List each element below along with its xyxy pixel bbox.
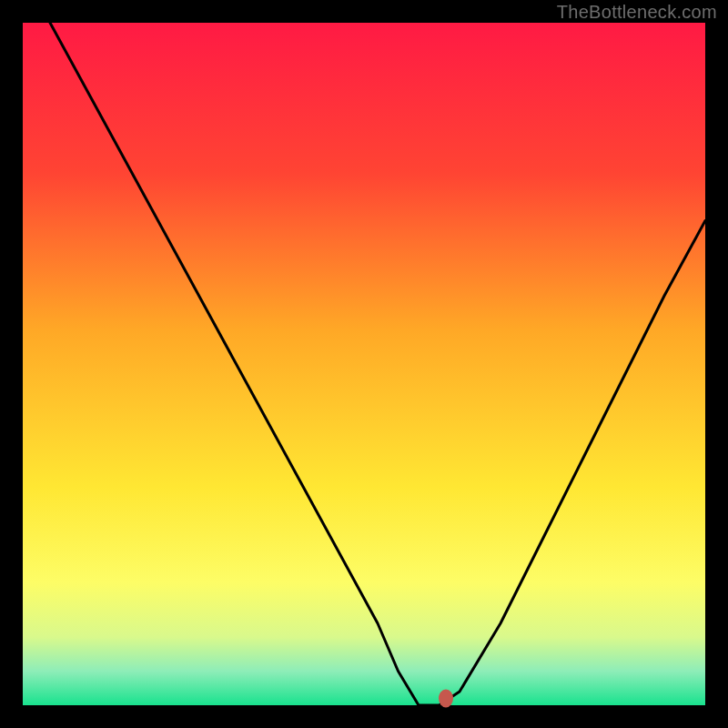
- plot-background: [23, 23, 705, 705]
- sweet-spot-marker: [439, 690, 453, 708]
- bottleneck-chart: [0, 0, 728, 728]
- chart-frame: TheBottleneck.com: [0, 0, 728, 728]
